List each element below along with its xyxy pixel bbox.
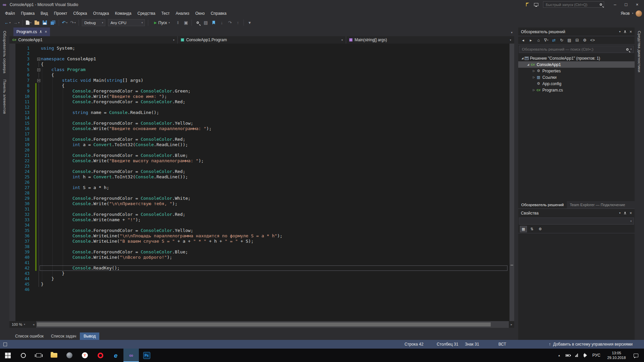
sync-with-active-document-icon[interactable]: ⇄: [550, 37, 557, 44]
menu-view[interactable]: Вид: [38, 9, 51, 18]
server-explorer-tab[interactable]: Обозреватель сервера: [3, 31, 7, 73]
breakpoint-margin[interactable]: [9, 265, 15, 271]
code-line-6[interactable]: 6 {: [9, 72, 514, 78]
line-number[interactable]: 13: [15, 110, 31, 115]
volume-icon[interactable]: [581, 354, 590, 357]
project-dropdown[interactable]: C# ConsoleApp1 ▾: [9, 36, 178, 44]
code-line-46[interactable]: 46: [9, 287, 514, 292]
code-line-38[interactable]: 38: [9, 244, 514, 249]
notifications-flag-icon[interactable]: [526, 3, 527, 6]
line-number[interactable]: 31: [15, 206, 31, 212]
line-number[interactable]: 6: [15, 72, 31, 78]
breakpoint-margin[interactable]: [9, 276, 15, 282]
breakpoint-margin[interactable]: [9, 244, 15, 249]
break-all-icon[interactable]: ‖: [174, 19, 181, 27]
code-line-3[interactable]: 3namespace ConsoleApp1: [9, 56, 514, 62]
tree-expander-icon[interactable]: ◢: [526, 63, 530, 66]
navigate-to-icon[interactable]: ▤: [202, 19, 209, 27]
undo-icon[interactable]: ↶▾: [61, 19, 68, 27]
breakpoint-margin[interactable]: [9, 67, 15, 72]
code-line-1[interactable]: 1using System;: [9, 46, 514, 51]
breakpoint-margin[interactable]: [9, 56, 15, 62]
breakpoint-margin[interactable]: [9, 282, 15, 287]
code-line-41[interactable]: 41: [9, 260, 514, 265]
line-number[interactable]: 8: [15, 83, 31, 88]
breakpoint-margin[interactable]: [9, 223, 15, 228]
close-button[interactable]: ×: [632, 0, 643, 9]
photoshop-icon[interactable]: Ps: [139, 349, 154, 362]
code-line-25[interactable]: 25 int h = Convert.ToInt32(Console.ReadL…: [9, 174, 514, 180]
line-number[interactable]: 21: [15, 153, 31, 158]
code-line-29[interactable]: 29 Console.ForegroundColor = ConsoleColo…: [9, 196, 514, 201]
menu-tools[interactable]: Средства: [135, 9, 158, 18]
line-number[interactable]: 28: [15, 190, 31, 196]
breakpoint-margin[interactable]: [9, 169, 15, 174]
code-line-17[interactable]: 17: [9, 131, 514, 137]
close-icon[interactable]: ×: [45, 30, 47, 34]
task-view-button[interactable]: [31, 349, 46, 362]
line-number[interactable]: 45: [15, 282, 31, 287]
code-line-32[interactable]: 32 Console.ForegroundColor = ConsoleColo…: [9, 212, 514, 217]
breakpoint-margin[interactable]: [9, 115, 15, 121]
redo-icon[interactable]: ↷▾: [69, 19, 76, 27]
line-number[interactable]: 35: [15, 228, 31, 233]
line-number[interactable]: 34: [15, 223, 31, 228]
tree-item-solution[interactable]: ◢Решение "ConsoleApp1" (проектов: 1): [518, 55, 635, 61]
code-line-22[interactable]: 22 Console.Write("Введите высоту паралле…: [9, 158, 514, 164]
breakpoint-margin[interactable]: [9, 147, 15, 153]
step-over-icon[interactable]: ↷: [226, 19, 233, 27]
breakpoint-margin[interactable]: [9, 190, 15, 196]
horizontal-scrollbar[interactable]: [36, 321, 509, 328]
code-line-12[interactable]: 12: [9, 105, 514, 110]
breakpoint-margin[interactable]: [9, 255, 15, 260]
alphabetical-icon[interactable]: ⇅: [528, 226, 535, 232]
line-number[interactable]: 19: [15, 142, 31, 147]
nav-backward-icon[interactable]: ←▾: [3, 19, 12, 27]
line-number[interactable]: 39: [15, 249, 31, 255]
menu-build[interactable]: Сборка: [70, 9, 90, 18]
doc-tab-program-cs[interactable]: Program.cs×: [13, 27, 50, 36]
code-line-40[interactable]: 40 Console.WriteLine("\nВсего доброго!")…: [9, 255, 514, 260]
line-number[interactable]: 38: [15, 244, 31, 249]
line-number[interactable]: 23: [15, 164, 31, 169]
menu-test[interactable]: Тест: [158, 9, 173, 18]
hscroll-right-arrow[interactable]: ▸: [509, 323, 514, 326]
menu-analyze[interactable]: Анализ: [173, 9, 193, 18]
tree-expander-icon[interactable]: ◢: [520, 57, 525, 60]
send-feedback-icon[interactable]: [534, 3, 538, 6]
collapse-all-icon[interactable]: ⊟: [574, 37, 581, 44]
add-to-source-control-button[interactable]: ↑ Добавить в систему управления версиями: [549, 342, 641, 347]
line-number[interactable]: 1: [15, 46, 31, 51]
line-number[interactable]: 12: [15, 105, 31, 110]
language-indicator[interactable]: РУС: [590, 353, 603, 358]
code-line-7[interactable]: 7 static void Main(string[] args): [9, 78, 514, 83]
code-line-27[interactable]: 27 int S = a * h;: [9, 185, 514, 190]
show-all-files-icon[interactable]: ▤: [566, 37, 573, 44]
breakpoint-margin[interactable]: [9, 201, 15, 206]
code-line-13[interactable]: 13 string name = Console.ReadLine();: [9, 110, 514, 115]
start-debugging-button[interactable]: ▶Пуск▾: [151, 19, 172, 26]
code-line-23[interactable]: 23: [9, 164, 514, 169]
clock[interactable]: 13:05 29.10.2018: [603, 351, 630, 360]
tree-expander-icon[interactable]: ▷: [532, 69, 536, 72]
code-line-14[interactable]: 14: [9, 115, 514, 121]
breakpoint-margin[interactable]: [9, 78, 15, 83]
breakpoint-margin[interactable]: [9, 271, 15, 276]
breakpoint-margin[interactable]: [9, 212, 15, 217]
task-list-tab[interactable]: Список задач: [47, 333, 80, 340]
save-icon[interactable]: [41, 19, 49, 27]
line-number[interactable]: 33: [15, 217, 31, 223]
menu-help[interactable]: Справка: [208, 9, 229, 18]
user-account[interactable]: Яков ▾: [621, 10, 644, 17]
breakpoint-margin[interactable]: [9, 126, 15, 131]
step-out-icon[interactable]: ↑: [234, 19, 241, 27]
tree-item-properties-folder[interactable]: ▷⚙Properties: [518, 68, 635, 74]
code-line-11[interactable]: 11 Console.ForegroundColor = ConsoleColo…: [9, 99, 514, 105]
breakpoint-margin[interactable]: [9, 228, 15, 233]
code-line-26[interactable]: 26: [9, 180, 514, 185]
fold-collapse-button[interactable]: [37, 56, 41, 62]
quick-launch-box[interactable]: [543, 1, 604, 8]
file-explorer-icon[interactable]: [46, 349, 62, 362]
code-line-19[interactable]: 19 int a = Convert.ToInt32(Console.ReadL…: [9, 142, 514, 147]
pin-icon[interactable]: [624, 212, 627, 215]
